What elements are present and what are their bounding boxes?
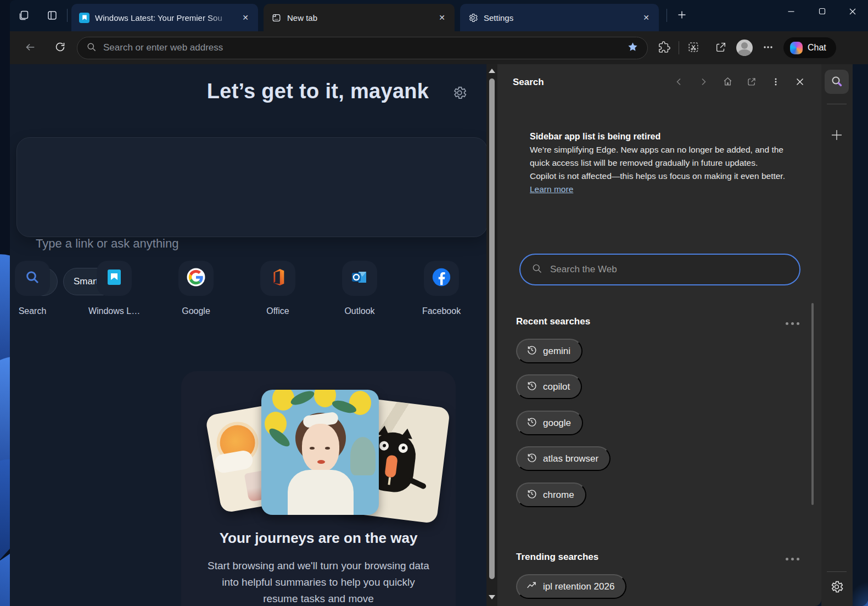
panel-title: Search — [513, 77, 663, 88]
close-icon — [796, 77, 804, 88]
cat-pupil — [401, 446, 405, 450]
page-scrollbar[interactable] — [486, 64, 497, 606]
extensions-button[interactable] — [654, 38, 674, 58]
scroll-down-arrow[interactable] — [489, 595, 495, 599]
gear-icon — [452, 94, 467, 102]
search-icon — [531, 263, 542, 276]
minimize-button[interactable] — [776, 0, 807, 24]
favorites-star-button[interactable] — [623, 38, 642, 57]
journeys-description: Start browsing and we'll turn your brows… — [204, 558, 433, 606]
recent-search-pill[interactable]: copilot — [516, 374, 582, 399]
history-icon — [526, 416, 537, 430]
scrollbar-thumb[interactable] — [489, 78, 495, 579]
outlook-icon — [350, 267, 369, 289]
tab-new-tab[interactable]: New tab ✕ — [264, 4, 455, 31]
recent-searches-options-button[interactable] — [783, 320, 802, 327]
quick-link-office[interactable]: Office — [260, 261, 295, 316]
panel-scrollbar-thumb[interactable] — [811, 303, 814, 505]
notice-paragraph: We're simplifying Edge. New apps can no … — [530, 143, 793, 170]
recent-search-label: gemini — [543, 346, 570, 357]
web-search-input[interactable]: Search the Web — [519, 254, 800, 285]
settings-and-more-button[interactable] — [758, 38, 778, 58]
share-icon — [715, 41, 727, 55]
tab-close-button[interactable]: ✕ — [436, 12, 448, 23]
quick-link-google[interactable]: Google — [178, 261, 214, 316]
rail-add-button[interactable] — [825, 124, 849, 148]
journey-image-portrait — [261, 390, 379, 515]
tab-close-button[interactable]: ✕ — [640, 12, 652, 23]
office-tile — [260, 261, 295, 296]
share-button[interactable] — [711, 38, 731, 58]
close-window-button[interactable] — [837, 0, 868, 24]
quick-link-facebook[interactable]: Facebook — [424, 261, 459, 316]
journeys-title: Your journeys are on the way — [181, 530, 456, 547]
open-in-new-tab-button[interactable] — [743, 74, 760, 91]
puzzle-icon — [658, 41, 670, 55]
recent-search-label: chrome — [543, 490, 574, 501]
chevron-left-icon — [675, 77, 684, 88]
cloud-illustration — [213, 449, 254, 474]
quick-link-outlook[interactable]: Outlook — [342, 261, 377, 316]
google-tile — [178, 261, 214, 296]
cat-ear — [400, 428, 413, 439]
notice-title: Sidebar app list is being retired — [530, 130, 793, 143]
star-icon — [627, 41, 639, 54]
quick-link-windows-latest[interactable]: Windows L… — [97, 261, 132, 316]
recent-search-pill[interactable]: atlas browser — [516, 446, 611, 471]
cat-pupil — [383, 444, 387, 447]
portrait-face — [302, 424, 339, 472]
tab-divider — [667, 9, 667, 22]
learn-more-link[interactable]: Learn more — [530, 183, 573, 196]
search-tile — [15, 261, 50, 296]
quick-link-label: Windows L… — [88, 306, 140, 316]
rail-divider — [827, 104, 847, 104]
maximize-button[interactable] — [807, 0, 837, 24]
rail-search-button[interactable] — [825, 70, 849, 94]
tab-close-button[interactable]: ✕ — [239, 12, 251, 23]
recent-search-pill[interactable]: chrome — [516, 482, 586, 507]
new-tab-button[interactable] — [673, 7, 691, 24]
history-icon — [526, 488, 537, 502]
portrait-shirt — [288, 470, 354, 515]
workspaces-button[interactable] — [15, 8, 32, 24]
recent-search-pill[interactable]: google — [516, 411, 583, 435]
back-button[interactable] — [21, 38, 40, 57]
quick-link-label: Outlook — [344, 306, 374, 316]
quick-link-search[interactable]: Search — [15, 261, 50, 316]
copilot-chat-button[interactable]: Chat — [783, 37, 836, 58]
home-icon — [723, 76, 733, 88]
close-icon — [849, 8, 856, 17]
web-capture-button[interactable] — [684, 38, 703, 58]
maximize-icon — [819, 8, 826, 16]
outlook-tile — [342, 261, 377, 296]
trending-searches-options-button[interactable] — [783, 556, 802, 563]
journeys-illustration — [181, 371, 456, 530]
page-settings-button[interactable] — [452, 85, 467, 102]
panel-more-options-button[interactable] — [768, 74, 784, 91]
copilot-icon — [790, 42, 803, 54]
newtab-search-placeholder: Type a link or ask anything — [36, 237, 178, 251]
plus-icon — [831, 129, 843, 143]
kebab-menu-icon — [771, 77, 780, 88]
tab-settings[interactable]: Settings ✕ — [460, 4, 659, 31]
panel-close-button[interactable] — [792, 74, 808, 91]
trending-search-pill[interactable]: ipl retention 2026 — [516, 574, 626, 599]
windows-latest-tile — [97, 261, 132, 296]
tab-actions-button[interactable] — [44, 8, 60, 24]
rail-settings-button[interactable] — [825, 575, 849, 599]
scroll-up-arrow[interactable] — [489, 69, 495, 73]
panel-forward-button[interactable] — [695, 74, 712, 91]
panel-home-button[interactable] — [719, 74, 736, 91]
tab-windows-latest[interactable]: Windows Latest: Your Premier Sou ✕ — [71, 4, 258, 31]
journeys-card: Your journeys are on the way Start brows… — [181, 371, 456, 606]
panel-back-button[interactable] — [671, 74, 687, 91]
sidebar-rail — [821, 64, 853, 606]
refresh-button[interactable] — [51, 38, 69, 57]
newtab-search-box[interactable]: Type a link or ask anything Smart — [16, 137, 486, 237]
cat-eye — [398, 443, 408, 453]
address-bar[interactable]: Search or enter web address — [77, 37, 648, 59]
recent-search-pill[interactable]: gemini — [516, 339, 583, 363]
profile-avatar[interactable] — [736, 40, 753, 56]
tab-actions-icon — [47, 10, 58, 23]
trending-up-icon — [526, 580, 537, 594]
